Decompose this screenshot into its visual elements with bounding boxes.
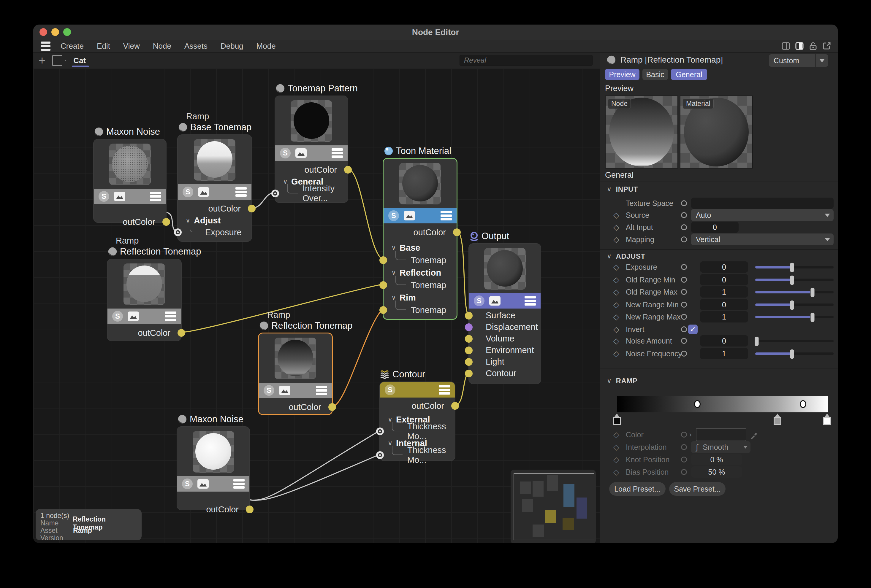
- image-preview-icon[interactable]: [198, 187, 209, 197]
- new-range-min-slider[interactable]: [755, 299, 834, 310]
- tab-cat[interactable]: Cat: [73, 52, 86, 69]
- node-menu-icon[interactable]: [440, 211, 452, 221]
- noise-frequency-slider[interactable]: [755, 348, 834, 359]
- solo-icon[interactable]: S: [280, 148, 290, 158]
- image-preview-icon[interactable]: [114, 192, 125, 201]
- input-section-header[interactable]: ∨INPUT: [607, 185, 638, 193]
- panel-layout-icon[interactable]: [781, 42, 790, 50]
- menu-debug[interactable]: Debug: [221, 42, 244, 51]
- mapping-dropdown[interactable]: Vertical: [691, 233, 834, 245]
- hamburger-menu-icon[interactable]: [41, 42, 51, 51]
- node-menu-icon[interactable]: [150, 192, 161, 201]
- solo-icon[interactable]: S: [263, 385, 274, 396]
- color-swatch[interactable]: [696, 428, 746, 441]
- new-range-min-field[interactable]: 0: [700, 299, 748, 310]
- outcolor-port[interactable]: [178, 329, 185, 337]
- exposure-port[interactable]: [681, 264, 687, 270]
- menu-edit[interactable]: Edit: [97, 42, 110, 51]
- tab-general[interactable]: General: [671, 69, 707, 80]
- node-menu-icon[interactable]: [525, 296, 536, 306]
- rim-tonemap-port[interactable]: [379, 306, 387, 314]
- preset-dropdown[interactable]: Custom: [769, 54, 828, 67]
- old-range-min-slider[interactable]: [755, 274, 834, 285]
- contour-port[interactable]: [465, 370, 473, 378]
- outcolor-port[interactable]: [248, 205, 256, 212]
- old-range-max-field[interactable]: 1: [700, 286, 748, 298]
- menu-assets[interactable]: Assets: [184, 42, 208, 51]
- solo-icon[interactable]: S: [182, 479, 193, 489]
- solo-icon[interactable]: S: [183, 187, 193, 197]
- alt-input-field[interactable]: 0: [691, 222, 739, 233]
- eyedropper-icon[interactable]: [750, 431, 758, 439]
- node-preview[interactable]: Node: [605, 96, 678, 169]
- new-range-max-slider[interactable]: [755, 311, 834, 322]
- volume-port[interactable]: [465, 335, 473, 343]
- outcolor-port[interactable]: [162, 218, 170, 226]
- texture-space-input[interactable]: [691, 198, 834, 209]
- image-preview-icon[interactable]: [198, 479, 209, 489]
- tab-basic[interactable]: Basic: [642, 69, 668, 80]
- minimap[interactable]: [510, 470, 596, 543]
- node-toon-material[interactable]: Toon Material S outColor ∨Base Tonemap ∨…: [383, 158, 458, 320]
- outcolor-port[interactable]: [453, 228, 461, 236]
- ramp-handle-black[interactable]: [612, 413, 621, 425]
- image-preview-icon[interactable]: [128, 312, 139, 321]
- lock-open-icon[interactable]: [809, 42, 817, 50]
- solo-icon[interactable]: S: [385, 385, 395, 395]
- adjust-section-header[interactable]: ∨ADJUST: [607, 252, 645, 260]
- source-dropdown[interactable]: Auto: [691, 209, 834, 221]
- node-shape-icon[interactable]: [52, 55, 66, 66]
- invert-port[interactable]: [681, 326, 687, 332]
- node-menu-icon[interactable]: [165, 312, 177, 321]
- noise-amount-slider[interactable]: [755, 335, 834, 346]
- source-port[interactable]: [681, 212, 687, 218]
- light-port[interactable]: [465, 358, 473, 366]
- ramp-section-header[interactable]: ∨RAMP: [607, 377, 638, 385]
- old-range-min-field[interactable]: 0: [700, 274, 748, 285]
- interpolation-dropdown[interactable]: ∫ Smooth: [691, 441, 750, 453]
- displacement-port[interactable]: [465, 323, 473, 331]
- outcolor-port[interactable]: [246, 506, 253, 513]
- ramp-gradient-bar[interactable]: [617, 396, 828, 412]
- exposure-field[interactable]: 0: [700, 261, 748, 273]
- image-preview-icon[interactable]: [404, 211, 415, 221]
- outcolor-port[interactable]: [451, 402, 459, 410]
- node-maxon-noise-2[interactable]: Maxon Noise S outColor: [177, 426, 250, 510]
- node-menu-icon[interactable]: [439, 385, 450, 395]
- node-contour[interactable]: Contour S outColor ∨External Thickness M…: [379, 382, 455, 461]
- menu-create[interactable]: Create: [61, 42, 84, 51]
- exposure-input-port[interactable]: [174, 228, 182, 236]
- noise-amount-field[interactable]: 0: [700, 335, 748, 346]
- solo-icon[interactable]: S: [474, 295, 485, 306]
- ramp-handle-gray[interactable]: [773, 413, 782, 425]
- new-range-max-field[interactable]: 1: [700, 311, 748, 322]
- node-tonemap-pattern[interactable]: Tonemap Pattern S outColor ∨General Inte…: [275, 96, 348, 203]
- new-range-min-port[interactable]: [681, 302, 687, 307]
- outcolor-port[interactable]: [344, 166, 352, 173]
- old-range-max-slider[interactable]: [755, 286, 834, 298]
- outcolor-port[interactable]: [328, 403, 336, 411]
- exposure-slider[interactable]: [755, 261, 834, 273]
- bias-position-field[interactable]: 50 %: [691, 466, 742, 478]
- mapping-port[interactable]: [681, 236, 687, 242]
- dropdown-arrow-icon[interactable]: [815, 54, 828, 67]
- menu-mode[interactable]: Mode: [256, 42, 276, 51]
- reveal-search-input[interactable]: [459, 55, 593, 66]
- image-preview-icon[interactable]: [279, 386, 290, 395]
- reflection-tonemap-port[interactable]: [379, 281, 387, 289]
- panel-layout-filled-icon[interactable]: [795, 42, 804, 50]
- ramp-knot[interactable]: [800, 400, 806, 408]
- color-expander-icon[interactable]: ›: [689, 430, 692, 439]
- tab-preview[interactable]: Preview: [605, 69, 639, 80]
- base-tonemap-port[interactable]: [379, 256, 387, 264]
- material-preview[interactable]: Material: [680, 96, 753, 169]
- node-menu-icon[interactable]: [316, 386, 327, 395]
- external-thickness-port[interactable]: [376, 427, 384, 435]
- save-preset-button[interactable]: Save Preset...: [669, 482, 726, 496]
- invert-checkbox[interactable]: ✓: [688, 325, 697, 334]
- new-range-max-port[interactable]: [681, 314, 687, 320]
- solo-icon[interactable]: S: [388, 210, 399, 221]
- knot-position-field[interactable]: 0 %: [691, 454, 742, 465]
- node-menu-icon[interactable]: [235, 187, 247, 197]
- node-output[interactable]: Output S Surface Displacement Volume Env…: [468, 243, 541, 384]
